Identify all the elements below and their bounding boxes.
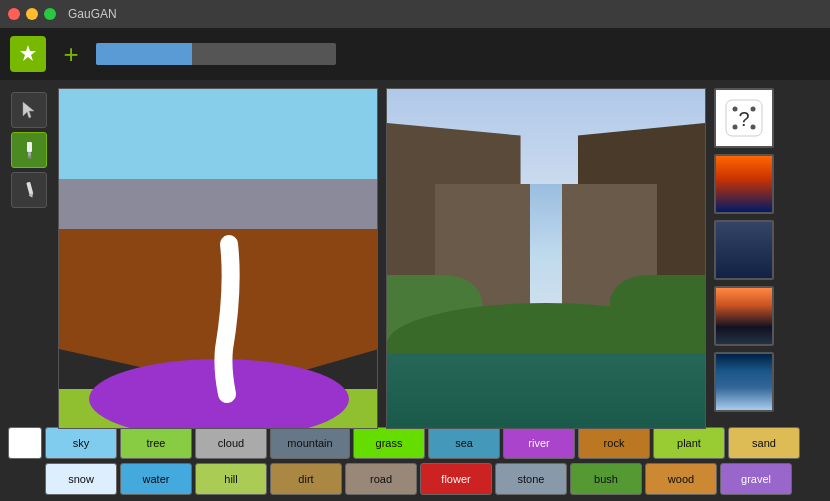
svg-text:?: ? xyxy=(738,108,749,130)
dirt-chip[interactable]: dirt xyxy=(270,463,342,495)
palette-row-1: sky tree cloud mountain grass sea river … xyxy=(8,427,822,459)
color-palette: sky tree cloud mountain grass sea river … xyxy=(0,421,830,501)
pencil-tool-button[interactable] xyxy=(11,172,47,208)
rock-chip[interactable]: rock xyxy=(578,427,650,459)
river-chip[interactable]: river xyxy=(503,427,575,459)
road-chip[interactable]: road xyxy=(345,463,417,495)
brush-tool-button[interactable] xyxy=(11,132,47,168)
progress-bar xyxy=(96,43,336,65)
flower-chip[interactable]: flower xyxy=(420,463,492,495)
progress-bar-fill xyxy=(96,43,192,65)
cloud-chip[interactable]: cloud xyxy=(195,427,267,459)
svg-marker-6 xyxy=(59,179,378,229)
generated-image xyxy=(386,88,706,429)
svg-point-15 xyxy=(733,125,738,130)
maximize-button[interactable] xyxy=(44,8,56,20)
gravel-chip[interactable]: gravel xyxy=(720,463,792,495)
style-thumbnail-2[interactable] xyxy=(714,220,774,280)
draw-tools xyxy=(8,88,50,413)
bush-chip[interactable]: bush xyxy=(570,463,642,495)
titlebar: GauGAN xyxy=(0,0,830,28)
tree-chip[interactable]: tree xyxy=(120,427,192,459)
close-button[interactable] xyxy=(8,8,20,20)
sky-chip[interactable]: sky xyxy=(45,427,117,459)
nvidia-logo xyxy=(10,36,46,72)
palette-row-2: snow water hill dirt road flower stone b… xyxy=(8,463,822,495)
style-thumbnail-1[interactable] xyxy=(714,154,774,214)
svg-point-10 xyxy=(219,384,229,394)
segmentation-canvas[interactable] xyxy=(58,88,378,429)
app-title: GauGAN xyxy=(68,7,117,21)
stone-chip[interactable]: stone xyxy=(495,463,567,495)
svg-point-2 xyxy=(28,156,32,159)
minimize-button[interactable] xyxy=(26,8,38,20)
water-chip[interactable]: water xyxy=(120,463,192,495)
svg-rect-5 xyxy=(59,89,378,179)
sand-chip[interactable]: sand xyxy=(728,427,800,459)
toolbar: + xyxy=(0,28,830,80)
plant-chip[interactable]: plant xyxy=(653,427,725,459)
style-thumbnail-4[interactable] xyxy=(714,352,774,412)
hill-chip[interactable]: hill xyxy=(195,463,267,495)
svg-point-14 xyxy=(751,107,756,112)
grass-chip[interactable]: grass xyxy=(353,427,425,459)
add-button[interactable]: + xyxy=(56,39,86,69)
snow-chip[interactable]: snow xyxy=(45,463,117,495)
random-thumbnail[interactable]: ? xyxy=(714,88,774,148)
sea-chip[interactable]: sea xyxy=(428,427,500,459)
wood-chip[interactable]: wood xyxy=(645,463,717,495)
thumbnail-sidebar: ? xyxy=(714,88,778,413)
mountain-chip[interactable]: mountain xyxy=(270,427,350,459)
blank-chip[interactable] xyxy=(8,427,42,459)
svg-point-13 xyxy=(733,107,738,112)
svg-rect-0 xyxy=(27,142,32,152)
style-thumbnail-3[interactable] xyxy=(714,286,774,346)
main-area: ? xyxy=(0,80,830,421)
svg-point-16 xyxy=(751,125,756,130)
select-tool-button[interactable] xyxy=(11,92,47,128)
